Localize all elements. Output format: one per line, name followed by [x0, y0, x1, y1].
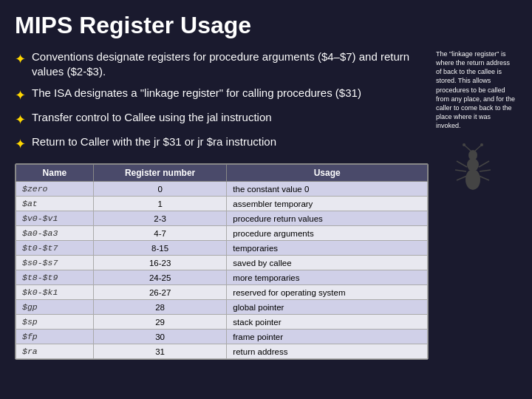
svg-line-7 [457, 161, 467, 167]
cell-reg: 2-3 [93, 211, 226, 226]
table-row: $t8-$t924-25more temporaries [16, 270, 428, 285]
cell-usage: stack pointer [227, 315, 428, 330]
col-header-reg: Register number [93, 165, 226, 182]
left-column: ✦ Conventions designate registers for pr… [15, 50, 429, 360]
cell-reg: 16-23 [93, 256, 226, 270]
cell-usage: the constant value 0 [227, 182, 428, 197]
right-column: The "linkage register" is where the retu… [436, 50, 517, 360]
cell-name: $s0-$s7 [16, 256, 94, 270]
svg-point-6 [480, 143, 483, 146]
cell-usage: reserved for operating system [227, 285, 428, 300]
cell-reg: 0 [93, 182, 226, 197]
cell-reg: 28 [93, 300, 226, 315]
table-row: $k0-$k126-27reserved for operating syste… [16, 285, 428, 300]
table-row: $at1assembler temporary [16, 197, 428, 211]
bullet-icon-2: ✦ [15, 86, 26, 104]
svg-line-10 [479, 161, 489, 167]
bullet-text-4: Return to Caller with the jr $31 or jr $… [32, 134, 276, 149]
table-row: $v0-$v12-3procedure return values [16, 211, 428, 226]
bullet-item-4: ✦ Return to Caller with the jr $31 or jr… [15, 134, 429, 153]
cell-usage: procedure return values [227, 211, 428, 226]
table-header-row: Name Register number Usage [16, 165, 428, 182]
ant-figure [451, 139, 495, 198]
cell-name: $k0-$k1 [16, 285, 94, 300]
table-row: $t0-$t78-15temporaries [16, 241, 428, 256]
svg-point-2 [468, 150, 477, 160]
cell-reg: 8-15 [93, 241, 226, 256]
table-row: $ra31return address [16, 344, 428, 359]
page-title: MIPS Register Usage [15, 12, 517, 39]
ant-svg [451, 139, 495, 205]
cell-reg: 26-27 [93, 285, 226, 300]
cell-usage: temporaries [227, 241, 428, 256]
cell-reg: 31 [93, 344, 226, 359]
bullet-item-3: ✦ Transfer control to Callee using the j… [15, 110, 429, 129]
bullet-item-1: ✦ Conventions designate registers for pr… [15, 50, 429, 80]
table-row: $zero0the constant value 0 [16, 182, 428, 197]
cell-name: $ra [16, 344, 94, 359]
cell-usage: procedure arguments [227, 226, 428, 241]
cell-reg: 29 [93, 315, 226, 330]
cell-reg: 30 [93, 330, 226, 344]
svg-point-5 [463, 143, 466, 146]
bullet-text-2: The ISA designates a "linkage register" … [32, 86, 361, 100]
bullet-list: ✦ Conventions designate registers for pr… [15, 50, 429, 153]
table-row: $fp30frame pointer [16, 330, 428, 344]
bullet-icon-4: ✦ [15, 135, 26, 153]
cell-usage: frame pointer [227, 330, 428, 344]
page: MIPS Register Usage ✦ Conventions design… [0, 0, 532, 399]
bullet-item-2: ✦ The ISA designates a "linkage register… [15, 86, 429, 104]
bullet-icon-1: ✦ [15, 50, 26, 68]
table-row: $sp29stack pointer [16, 315, 428, 330]
register-table-container: Name Register number Usage $zero0the con… [15, 163, 429, 360]
cell-name: $t8-$t9 [16, 270, 94, 285]
cell-reg: 1 [93, 197, 226, 211]
col-header-usage: Usage [227, 165, 428, 182]
cell-name: $t0-$t7 [16, 241, 94, 256]
svg-point-0 [466, 169, 480, 190]
cell-name: $fp [16, 330, 94, 344]
bullet-text-1: Conventions designate registers for proc… [32, 50, 429, 80]
svg-line-12 [479, 176, 489, 180]
cell-usage: saved by callee [227, 256, 428, 270]
cell-name: $zero [16, 182, 94, 197]
main-content: ✦ Conventions designate registers for pr… [15, 50, 517, 360]
bullet-icon-3: ✦ [15, 111, 26, 129]
table-row: $gp28global pointer [16, 300, 428, 315]
svg-line-4 [474, 145, 482, 151]
svg-line-8 [455, 170, 466, 171]
table-body: $zero0the constant value 0$at1assembler … [16, 182, 428, 359]
svg-line-11 [480, 170, 491, 171]
bullet-text-3: Transfer control to Callee using the jal… [32, 110, 272, 125]
cell-usage: global pointer [227, 300, 428, 315]
svg-line-9 [457, 176, 467, 180]
side-note: The "linkage register" is where the retu… [436, 50, 517, 130]
cell-reg: 24-25 [93, 270, 226, 285]
cell-usage: return address [227, 344, 428, 359]
cell-usage: assembler temporary [227, 197, 428, 211]
cell-name: $sp [16, 315, 94, 330]
cell-name: $gp [16, 300, 94, 315]
table-row: $s0-$s716-23saved by callee [16, 256, 428, 270]
table-row: $a0-$a34-7procedure arguments [16, 226, 428, 241]
cell-name: $v0-$v1 [16, 211, 94, 226]
register-table: Name Register number Usage $zero0the con… [16, 164, 428, 359]
cell-name: $at [16, 197, 94, 211]
cell-name: $a0-$a3 [16, 226, 94, 241]
cell-reg: 4-7 [93, 226, 226, 241]
cell-usage: more temporaries [227, 270, 428, 285]
col-header-name: Name [16, 165, 94, 182]
svg-line-3 [464, 145, 471, 151]
